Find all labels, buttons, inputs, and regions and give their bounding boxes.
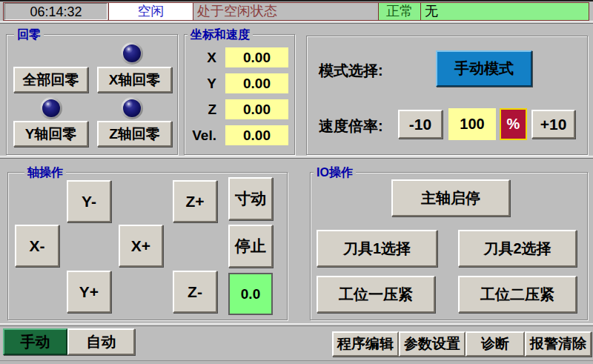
status-message: 处于空闲状态	[193, 3, 379, 20]
jog-x-plus-button[interactable]: X+	[119, 225, 163, 267]
z-home-led-icon	[121, 97, 143, 119]
divider-bottom	[0, 323, 593, 326]
window-bottom-edge	[0, 360, 593, 364]
hmi-screen: 06:14:32 空闲 处于空闲状态 正常 无 回零 全部回零 X轴回零 Y轴回…	[0, 0, 593, 364]
override-increase-button[interactable]: +10	[531, 110, 575, 139]
tool2-select-button[interactable]: 刀具2选择	[458, 230, 577, 267]
y-position-display: 0.00	[225, 73, 288, 93]
home-x-button[interactable]: X轴回零	[97, 67, 172, 93]
machine-state-display: 空闲	[108, 3, 193, 20]
alarm-message: 无	[421, 3, 589, 20]
manual-mode-button[interactable]: 手动模式	[436, 50, 532, 87]
jog-x-minus-button[interactable]: X-	[15, 225, 59, 267]
status-bar: 06:14:32 空闲 处于空闲状态 正常 无	[3, 2, 589, 21]
coords-group-title: 坐标和速度	[188, 27, 253, 42]
override-percent-badge: %	[500, 108, 527, 140]
axis-group-title: 轴操作	[24, 165, 66, 179]
y-home-led-icon	[40, 97, 62, 119]
station1-clamp-button[interactable]: 工位一压紧	[317, 276, 435, 313]
jog-mode-button[interactable]: 寸动	[228, 177, 273, 220]
velocity-display: 0.00	[225, 125, 288, 145]
home-z-button[interactable]: Z轴回零	[97, 121, 172, 147]
diagnosis-button[interactable]: 诊断	[466, 331, 525, 357]
stop-button[interactable]: 停止	[228, 225, 273, 268]
manual-tab-button[interactable]: 手动	[3, 328, 67, 355]
y-axis-label: Y	[184, 73, 221, 93]
window-top-edge	[0, 0, 593, 1]
alarm-clear-button[interactable]: 报警清除	[525, 331, 592, 357]
param-settings-button[interactable]: 参数设置	[399, 331, 466, 357]
home-all-button[interactable]: 全部回零	[13, 67, 88, 93]
jog-y-minus-button[interactable]: Y-	[67, 180, 111, 222]
auto-tab-button[interactable]: 自动	[67, 328, 135, 355]
step-value-selector[interactable]: 0.0	[228, 273, 273, 315]
spindle-start-stop-button[interactable]: 主轴启停	[391, 179, 510, 216]
velocity-label: Vel.	[184, 125, 221, 145]
x-position-display: 0.00	[225, 47, 288, 67]
jog-z-minus-button[interactable]: Z-	[173, 271, 217, 313]
z-position-display: 0.00	[225, 99, 288, 119]
divider-middle	[0, 156, 593, 159]
z-axis-label: Z	[184, 99, 221, 119]
mode-select-label: 模式选择:	[319, 61, 383, 81]
io-group-title: IO操作	[314, 165, 356, 179]
tool1-select-button[interactable]: 刀具1选择	[317, 230, 437, 267]
override-value-display: 100	[448, 108, 496, 140]
speed-override-label: 速度倍率:	[319, 116, 383, 136]
program-edit-button[interactable]: 程序编辑	[332, 331, 399, 357]
x-axis-label: X	[184, 47, 221, 67]
alarm-state-badge: 正常	[379, 3, 421, 20]
station2-clamp-button[interactable]: 工位二压紧	[458, 276, 577, 313]
home-y-button[interactable]: Y轴回零	[13, 121, 88, 147]
jog-y-plus-button[interactable]: Y+	[67, 271, 111, 313]
jog-z-plus-button[interactable]: Z+	[173, 180, 217, 222]
homing-group-title: 回零	[14, 27, 44, 42]
clock-display: 06:14:32	[4, 3, 107, 20]
override-decrease-button[interactable]: -10	[398, 110, 443, 139]
divider-top	[0, 21, 593, 24]
x-home-led-icon	[121, 42, 143, 64]
